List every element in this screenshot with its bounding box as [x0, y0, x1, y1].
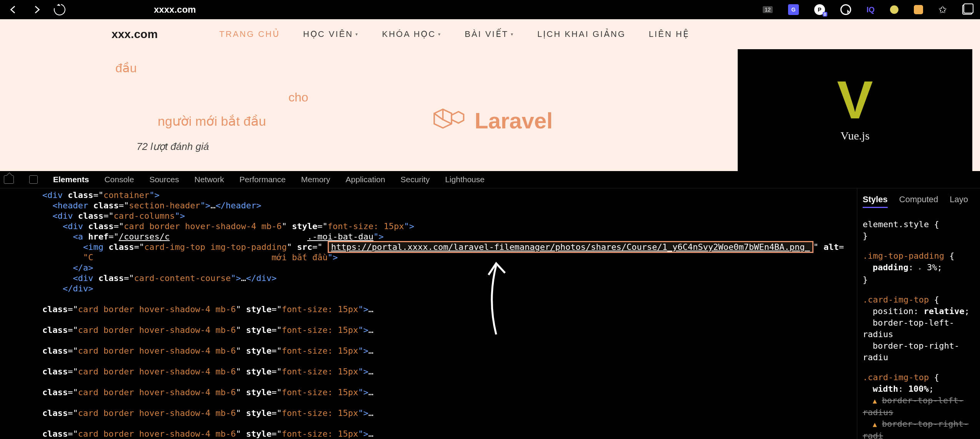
reload-button[interactable] — [52, 2, 68, 18]
forward-button[interactable] — [31, 4, 42, 15]
highlighted-src-url[interactable]: https://portal.xxxx.com/laravel-filemana… — [328, 241, 813, 253]
laravel-logo-icon — [431, 103, 465, 138]
laravel-card[interactable]: Laravel — [431, 103, 553, 138]
back-button[interactable] — [8, 4, 19, 15]
styles-pane[interactable]: Styles Computed Layo element.style { } .… — [857, 188, 980, 439]
style-rule: element.style { } — [863, 219, 980, 242]
ext-p-count: 0 — [823, 12, 827, 17]
inspect-element-icon[interactable] — [4, 175, 14, 184]
hero-line1: đầu — [115, 61, 308, 75]
nav-contact[interactable]: LIÊN HỆ — [649, 29, 690, 39]
devtools-panel: Elements Console Sources Network Perform… — [0, 171, 980, 439]
address-bar[interactable]: xxxx.com — [154, 4, 196, 15]
nav-student[interactable]: HỌC VIÊN▾ — [303, 29, 359, 39]
style-rule: .card-img-top { position: relative; bord… — [863, 294, 980, 363]
chevron-down-icon: ▾ — [438, 32, 442, 37]
tab-network[interactable]: Network — [194, 175, 224, 184]
chevron-down-icon: ▾ — [511, 32, 514, 37]
extensions-bar: 12 G P 0 IQ ✩ — [763, 4, 972, 16]
tab-console[interactable]: Console — [104, 175, 134, 184]
nav-article[interactable]: BÀI VIẾT▾ — [465, 29, 514, 39]
sync-ext-icon[interactable] — [840, 4, 851, 15]
translate-ext-icon[interactable]: G — [788, 4, 799, 15]
nav-course[interactable]: KHÓA HỌC▾ — [382, 29, 442, 39]
hero-section: đầu cho người mới bắt đầu 72 lượt đánh g… — [0, 49, 980, 171]
tab-performance[interactable]: Performance — [240, 175, 286, 184]
vue-logo-icon: V — [837, 78, 873, 121]
tab-application[interactable]: Application — [346, 175, 385, 184]
responsive-mode-icon[interactable] — [29, 175, 38, 184]
vue-label: Vue.js — [840, 129, 870, 142]
style-rule: .card-img-top { width: 100%; ▲ border-to… — [863, 372, 980, 439]
hero-line2: cho — [288, 90, 308, 105]
nav-student-label: HỌC VIÊN — [303, 29, 353, 39]
laravel-label: Laravel — [475, 108, 553, 133]
nav-home[interactable]: TRANG CHỦ — [219, 29, 280, 39]
site-logo[interactable]: xxx.com — [112, 28, 158, 41]
tab-memory[interactable]: Memory — [301, 175, 330, 184]
nav-article-label: BÀI VIẾT — [465, 29, 508, 39]
hero-subtext: 72 lượt đánh giá — [137, 141, 209, 153]
tab-styles[interactable]: Styles — [863, 194, 888, 208]
tab-count-badge: 12 — [763, 6, 773, 13]
dom-tree[interactable]: <div class="container"> <header class="s… — [0, 188, 857, 439]
hero-line3: người mới bắt đầu — [158, 113, 308, 129]
site-navbar: xxx.com TRANG CHỦ HỌC VIÊN▾ KHÓA HỌC▾ BÀ… — [0, 19, 980, 49]
tab-security[interactable]: Security — [400, 175, 430, 184]
styles-tabbar: Styles Computed Layo — [863, 194, 980, 208]
tab-layout[interactable]: Layo — [950, 194, 968, 208]
devtools-tabbar: Elements Console Sources Network Perform… — [0, 171, 980, 188]
devtools-body: <div class="container"> <header class="s… — [0, 188, 980, 439]
yellow-ext-icon[interactable] — [890, 5, 898, 14]
tab-lighthouse[interactable]: Lighthouse — [445, 175, 485, 184]
tab-computed[interactable]: Computed — [899, 194, 938, 208]
webpage-content: xxx.com TRANG CHỦ HỌC VIÊN▾ KHÓA HỌC▾ BÀ… — [0, 19, 980, 171]
tab-elements[interactable]: Elements — [53, 175, 89, 184]
nav-schedule[interactable]: LỊCH KHAI GIẢNG — [537, 29, 626, 39]
hero-headline: đầu cho người mới bắt đầu — [115, 61, 308, 129]
chevron-down-icon: ▾ — [355, 32, 359, 37]
nav-course-label: KHÓA HỌC — [382, 29, 436, 39]
bookmark-star-icon[interactable]: ✩ — [938, 4, 947, 16]
tabs-overview-icon[interactable] — [962, 5, 972, 15]
style-rule: .img-top-padding { padding: ▸ 3%; } — [863, 250, 980, 286]
vue-card[interactable]: V Vue.js — [738, 49, 972, 171]
iq-ext-icon[interactable]: IQ — [867, 5, 875, 14]
orange-ext-icon[interactable] — [914, 5, 923, 14]
ext-p-label: P — [818, 7, 821, 13]
annotation-arrow-icon — [479, 258, 513, 341]
tab-sources[interactable]: Sources — [149, 175, 179, 184]
browser-toolbar: xxxx.com 12 G P 0 IQ ✩ — [0, 0, 980, 19]
pocket-ext-icon[interactable]: P 0 — [814, 4, 825, 15]
